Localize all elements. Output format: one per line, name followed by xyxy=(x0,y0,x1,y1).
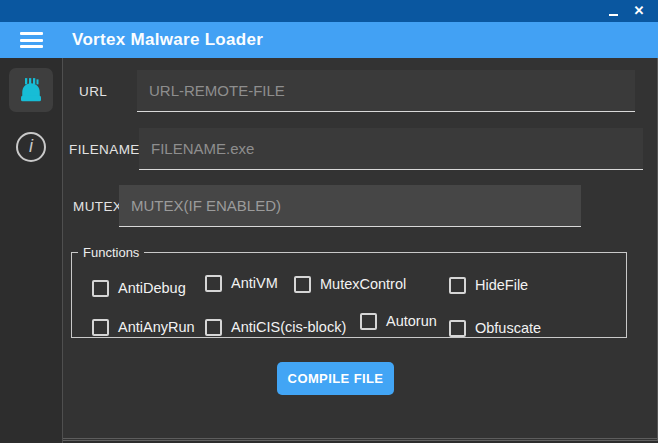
panel-bottom-border xyxy=(63,438,657,439)
window-body: i URL FILENAME MUTEX Functions AntiDebug xyxy=(0,58,658,443)
sidebar-item-info[interactable]: i xyxy=(14,130,48,164)
mutex-input[interactable] xyxy=(119,185,581,227)
hamburger-icon xyxy=(20,32,43,35)
functions-legend: Functions xyxy=(78,245,144,260)
app-title: Vortex Malware Loader xyxy=(72,30,263,50)
checkbox[interactable] xyxy=(449,277,466,294)
url-input[interactable] xyxy=(137,70,635,112)
checkbox-option-autorun[interactable]: Autorun xyxy=(360,311,437,331)
minimize-icon xyxy=(609,14,618,16)
checkbox-label: AntiDebug xyxy=(118,280,186,296)
sidebar: i xyxy=(0,58,63,443)
checkbox-label: Obfuscate xyxy=(475,320,541,336)
checkbox-label: AntiVM xyxy=(231,275,278,291)
compile-button[interactable]: COMPILE FILE xyxy=(277,362,394,395)
checkbox-option-obfuscate[interactable]: Obfuscate xyxy=(449,318,541,338)
sidebar-item-builder[interactable] xyxy=(9,68,53,112)
info-icon: i xyxy=(16,132,46,162)
checkbox-label: AntiCIS(cis-block) xyxy=(231,319,346,335)
close-button[interactable]: ✕ xyxy=(626,0,652,22)
url-label: URL xyxy=(79,84,107,99)
checkbox-label: MutexControl xyxy=(320,276,406,292)
hamburger-icon xyxy=(20,39,43,42)
filename-label: FILENAME xyxy=(69,142,140,157)
app-header: Vortex Malware Loader xyxy=(0,22,658,58)
main-panel: URL FILENAME MUTEX Functions AntiDebug A… xyxy=(63,58,658,441)
cake-icon xyxy=(16,75,46,105)
checkbox[interactable] xyxy=(205,319,222,336)
checkbox-option-antidebug[interactable]: AntiDebug xyxy=(92,278,186,298)
checkbox-label: Autorun xyxy=(386,313,437,329)
hamburger-icon xyxy=(20,45,43,48)
filename-input[interactable] xyxy=(139,128,643,170)
checkbox[interactable] xyxy=(92,319,109,336)
menu-button[interactable] xyxy=(20,32,43,48)
checkbox-option-anticis[interactable]: AntiCIS(cis-block) xyxy=(205,317,346,337)
checkbox[interactable] xyxy=(449,320,466,337)
info-icon-glyph: i xyxy=(29,137,33,155)
checkbox[interactable] xyxy=(294,276,311,293)
checkbox-option-mutexcontrol[interactable]: MutexControl xyxy=(294,274,406,294)
checkbox[interactable] xyxy=(360,313,377,330)
functions-fieldset: Functions AntiDebug AntiVM MutexControl … xyxy=(71,245,627,338)
checkbox-option-antivm[interactable]: AntiVM xyxy=(205,273,278,293)
checkbox[interactable] xyxy=(205,275,222,292)
checkbox-option-hidefile[interactable]: HideFile xyxy=(449,275,528,295)
mutex-label: MUTEX xyxy=(73,199,122,214)
checkbox-option-antianyrun[interactable]: AntiAnyRun xyxy=(92,317,195,337)
checkbox-label: AntiAnyRun xyxy=(118,319,195,335)
checkbox[interactable] xyxy=(92,280,109,297)
app-window: ✕ Vortex Malware Loader xyxy=(0,0,658,443)
minimize-button[interactable] xyxy=(600,0,626,22)
checkbox-label: HideFile xyxy=(475,277,528,293)
title-bar: ✕ xyxy=(0,0,658,22)
close-icon: ✕ xyxy=(634,0,645,22)
